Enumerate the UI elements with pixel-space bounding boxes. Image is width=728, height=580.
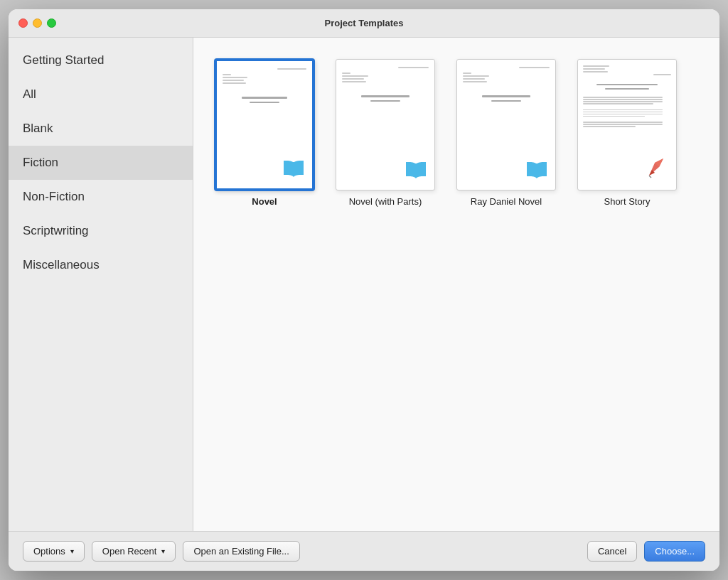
doc-header-ray [463, 67, 550, 82]
project-templates-window: Project Templates Getting Started All Bl… [9, 9, 719, 571]
titlebar: Project Templates [9, 9, 719, 38]
open-recent-chevron-icon: ▾ [161, 547, 165, 555]
sidebar-item-non-fiction[interactable]: Non-Fiction [9, 180, 193, 214]
template-grid: Novel [215, 59, 698, 207]
choose-button[interactable]: Choose... [644, 541, 705, 562]
template-novel-parts-thumb [336, 59, 435, 190]
template-ray-daniel[interactable]: Ray Daniel Novel [456, 59, 556, 207]
sidebar: Getting Started All Blank Fiction Non-Fi… [9, 38, 193, 531]
open-existing-button[interactable]: Open an Existing File... [183, 541, 299, 562]
bottombar: Options ▾ Open Recent ▾ Open an Existing… [9, 531, 719, 571]
traffic-lights [18, 18, 56, 28]
template-novel-thumb [215, 59, 314, 190]
template-area: Novel [193, 38, 719, 531]
book-icon-parts [405, 161, 427, 183]
pen-icon [642, 153, 669, 183]
template-ray-daniel-thumb [456, 59, 556, 190]
sidebar-item-getting-started[interactable]: Getting Started [9, 43, 193, 77]
template-short-story-thumb [577, 59, 677, 190]
sidebar-item-miscellaneous[interactable]: Miscellaneous [9, 248, 193, 282]
svg-line-6 [649, 176, 651, 178]
svg-rect-0 [293, 162, 294, 176]
book-icon [282, 159, 305, 181]
template-novel-parts-label: Novel (with Parts) [349, 196, 422, 207]
options-chevron-icon: ▾ [70, 547, 74, 555]
template-novel[interactable]: Novel [215, 59, 314, 207]
doc-header [223, 68, 306, 84]
maximize-button[interactable] [47, 18, 56, 28]
main-content: Getting Started All Blank Fiction Non-Fi… [9, 38, 719, 531]
template-novel-label: Novel [252, 196, 277, 207]
sidebar-item-blank[interactable]: Blank [9, 112, 193, 146]
window-title: Project Templates [324, 18, 403, 28]
template-short-story-label: Short Story [604, 196, 650, 207]
close-button[interactable] [18, 18, 28, 28]
svg-rect-2 [536, 163, 537, 178]
doc-header-parts [342, 67, 429, 82]
template-ray-daniel-label: Ray Daniel Novel [471, 196, 542, 207]
options-button[interactable]: Options ▾ [23, 541, 85, 562]
template-novel-with-parts[interactable]: Novel (with Parts) [336, 59, 435, 207]
template-short-story[interactable]: Short Story [577, 59, 677, 207]
sidebar-item-scriptwriting[interactable]: Scriptwriting [9, 214, 193, 248]
svg-rect-1 [415, 163, 417, 178]
sidebar-item-all[interactable]: All [9, 77, 193, 112]
open-recent-button[interactable]: Open Recent ▾ [92, 541, 176, 562]
book-icon-ray [525, 161, 548, 183]
cancel-button[interactable]: Cancel [587, 541, 637, 562]
minimize-button[interactable] [33, 18, 42, 28]
sidebar-item-fiction[interactable]: Fiction [9, 146, 193, 180]
